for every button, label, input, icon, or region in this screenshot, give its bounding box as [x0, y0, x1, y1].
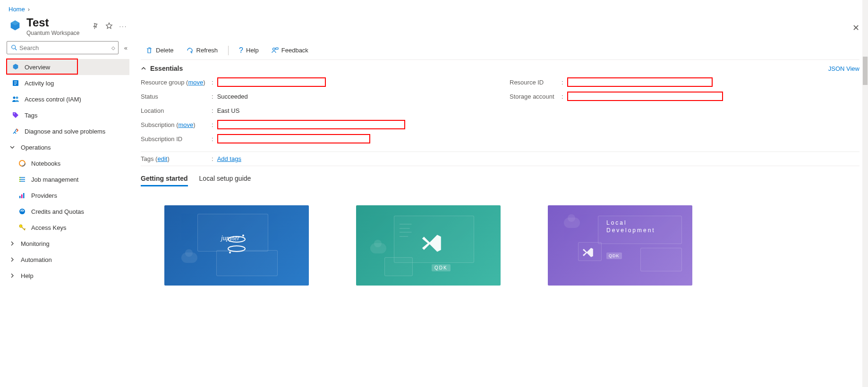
page-subtitle: Quantum Workspace [26, 30, 80, 36]
chevron-right-icon [9, 273, 16, 278]
sidebar-item-activity-log[interactable]: Activity log [7, 75, 129, 91]
card-label: QDK [432, 264, 451, 271]
sidebar-label: Automation [21, 256, 52, 263]
pin-icon[interactable] [91, 22, 99, 30]
svg-point-8 [14, 113, 15, 114]
status-value: Succeeded [217, 93, 248, 100]
essentials-toggle[interactable]: Essentials [141, 65, 183, 72]
sidebar-label: Access Keys [31, 224, 66, 231]
svg-rect-17 [19, 196, 21, 198]
feedback-button[interactable]: Feedback [266, 43, 313, 58]
sidebar-label: Operations [21, 144, 51, 151]
svg-point-0 [12, 45, 16, 49]
move-link[interactable]: move [179, 121, 194, 128]
sidebar-item-notebooks[interactable]: Notebooks [7, 155, 129, 171]
tab-local-setup[interactable]: Local setup guide [199, 175, 251, 186]
sidebar-label: Job management [31, 176, 78, 183]
toolbar-label: Refresh [196, 47, 218, 54]
prop-label-resource-group: Resource group (move) [141, 79, 212, 86]
toolbar: Delete Refresh ? Help Feedback [141, 41, 859, 60]
search-box[interactable]: ◇ [7, 41, 119, 54]
prop-label-resource-id: Resource ID [510, 79, 562, 86]
credits-icon [18, 207, 26, 216]
prop-label-storage-account: Storage account [510, 93, 562, 100]
prop-label-status: Status [141, 93, 212, 100]
tabs: Getting started Local setup guide [141, 166, 859, 191]
sidebar-item-credits[interactable]: Credits and Quotas [7, 203, 129, 219]
breadcrumb-home[interactable]: Home [9, 6, 25, 13]
sidebar-label: Tags [25, 112, 37, 119]
sidebar-group-help[interactable]: Help [7, 268, 129, 284]
chevron-right-icon [9, 257, 16, 262]
tab-getting-started[interactable]: Getting started [141, 175, 188, 186]
edit-tags-link[interactable]: edit [157, 155, 167, 162]
sidebar-label: Access control (IAM) [25, 96, 81, 103]
sidebar-item-job-management[interactable]: Job management [7, 171, 129, 187]
page-title: Test [26, 17, 80, 29]
sidebar-item-access-control[interactable]: Access control (IAM) [7, 91, 129, 107]
svg-point-26 [228, 246, 245, 252]
overview-icon [11, 63, 20, 71]
subscription-id-value-redacted [217, 134, 370, 143]
chevron-down-icon [9, 144, 16, 150]
sidebar-group-operations[interactable]: Operations [7, 139, 129, 155]
sidebar-label: Credits and Quotas [31, 208, 84, 215]
collapse-sidebar-icon[interactable]: « [122, 44, 129, 51]
sidebar-group-automation[interactable]: Automation [7, 252, 129, 268]
activity-log-icon [11, 79, 20, 87]
resource-group-value-redacted [217, 77, 326, 87]
refresh-button[interactable]: Refresh [181, 43, 223, 58]
more-icon[interactable]: ··· [119, 23, 128, 30]
help-button[interactable]: ? Help [234, 43, 264, 58]
sidebar-item-providers[interactable]: Providers [7, 187, 129, 203]
svg-point-21 [22, 211, 23, 212]
sidebar-item-tags[interactable]: Tags [7, 107, 129, 123]
card-label: QDK [606, 252, 622, 259]
svg-point-27 [242, 235, 244, 236]
page-header: Test Quantum Workspace ··· [0, 17, 868, 41]
breadcrumb: Home › [0, 0, 868, 17]
sidebar: ◇ « Overview Activity log Access control… [0, 41, 132, 286]
svg-point-6 [13, 97, 16, 99]
add-tags-link[interactable]: Add tags [217, 155, 241, 162]
scrollbar-thumb[interactable] [863, 57, 868, 85]
sidebar-label: Providers [31, 192, 57, 199]
search-input[interactable] [19, 44, 111, 51]
svg-point-15 [19, 179, 20, 180]
close-icon[interactable]: ✕ [852, 23, 859, 33]
move-link[interactable]: move [188, 79, 203, 86]
quantum-workspace-icon [9, 19, 22, 33]
diagnose-icon [11, 127, 20, 135]
sidebar-item-overview[interactable]: Overview [7, 59, 129, 75]
storage-account-value-redacted [567, 92, 723, 101]
feedback-icon [271, 47, 279, 54]
main-content: Delete Refresh ? Help Feedback Essential… [132, 41, 868, 286]
prop-label-tags: Tags (edit) [141, 155, 212, 162]
card-jupyter[interactable]: jupyter [164, 205, 309, 286]
toolbar-label: Help [246, 47, 259, 54]
location-value: East US [217, 107, 240, 114]
sort-icon[interactable]: ◇ [111, 45, 116, 50]
toolbar-label: Feedback [281, 47, 308, 54]
star-icon[interactable] [105, 22, 113, 30]
job-management-icon [18, 175, 26, 184]
sidebar-group-monitoring[interactable]: Monitoring [7, 236, 129, 252]
svg-point-7 [16, 97, 18, 99]
scrollbar[interactable] [862, 0, 868, 387]
card-label: Local [606, 219, 627, 226]
json-view-link[interactable]: JSON View [828, 65, 859, 72]
svg-rect-24 [276, 48, 278, 50]
delete-button[interactable]: Delete [141, 43, 179, 58]
sidebar-item-access-keys[interactable]: Access Keys [7, 219, 129, 236]
prop-label-subscription: Subscription (move) [141, 121, 212, 128]
access-keys-icon [18, 223, 26, 232]
essentials-title: Essentials [150, 65, 183, 72]
card-local-dev[interactable]: Local Development QDK [548, 205, 692, 286]
help-icon: ? [239, 46, 243, 55]
sidebar-label: Notebooks [31, 160, 60, 167]
refresh-icon [186, 47, 194, 54]
sidebar-item-diagnose[interactable]: Diagnose and solve problems [7, 123, 129, 139]
jupyter-icon [222, 230, 251, 258]
vscode-icon [583, 247, 594, 258]
card-vscode[interactable]: ═════════════════════════ QDK [356, 205, 501, 286]
